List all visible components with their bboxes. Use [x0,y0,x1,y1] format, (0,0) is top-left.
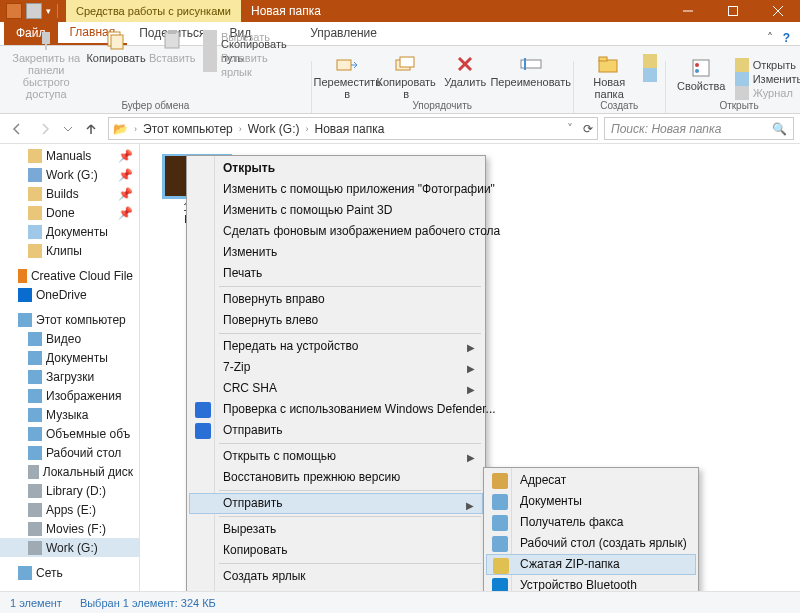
menu-item[interactable]: Получатель факса [486,512,696,533]
easy-access-button[interactable] [641,68,657,82]
nav-item[interactable]: Creative Cloud File [0,266,139,285]
menu-item[interactable]: 7-Zip▶ [189,357,483,378]
menu-item[interactable]: Восстановить прежнюю версию [189,467,483,488]
nav-item[interactable]: Музыка [0,405,139,424]
menu-item[interactable]: Печать [189,263,483,284]
new-folder-button[interactable]: Новая папка [582,54,637,100]
delete-button[interactable]: Удалить [438,54,493,88]
rename-button[interactable]: Переименовать [497,54,565,88]
menu-item[interactable]: Копировать [189,540,483,561]
nav-item[interactable]: Локальный диск [0,462,139,481]
nav-item[interactable]: Документы [0,348,139,367]
chevron-down-icon[interactable]: ˅ [567,122,573,136]
menu-item[interactable]: Открыть [189,158,483,179]
nav-item[interactable]: Документы [0,222,139,241]
menu-item-label: Печать [223,266,262,280]
up-button[interactable] [80,118,102,140]
menu-item[interactable]: Отправить▶ [189,493,483,514]
paste-button[interactable]: Вставить [148,30,198,64]
recent-button[interactable] [62,118,74,140]
chevron-down-icon[interactable]: ▾ [46,6,51,16]
nav-item[interactable]: Клипы [0,241,139,260]
menu-item[interactable]: CRC SHA▶ [189,378,483,399]
menu-item-label: Сделать фоновым изображением рабочего ст… [223,224,500,238]
menu-item[interactable]: Изменить с помощью Paint 3D [189,200,483,221]
copy-to-button[interactable]: Копировать в [379,54,434,100]
nav-item[interactable]: OneDrive [0,285,139,304]
nav-item[interactable]: Изображения [0,386,139,405]
edit-button[interactable]: Изменить [733,72,800,86]
nav-item[interactable]: Apps (E:) [0,500,139,519]
crumb-sep[interactable]: › [304,124,311,134]
quick-access-toolbar: ▾ [0,3,66,19]
svg-rect-9 [168,30,176,34]
breadcrumb[interactable]: 📂 › Этот компьютер › Work (G:) › Новая п… [108,117,598,140]
properties-button[interactable]: Свойства [674,58,729,92]
menu-item[interactable]: Отправить [189,420,483,441]
nav-item[interactable]: Library (D:) [0,481,139,500]
menu-item[interactable]: Адресат [486,470,696,491]
crumb-sep[interactable]: › [237,124,244,134]
menu-item[interactable]: Документы [486,491,696,512]
status-bar: 1 элемент Выбран 1 элемент: 324 КБ [0,591,800,613]
forward-button[interactable] [34,118,56,140]
nav-item[interactable]: Видео [0,329,139,348]
menu-item[interactable]: Повернуть вправо [189,289,483,310]
menu-item-icon [492,536,508,552]
menu-item[interactable]: Проверка с использованием Windows Defend… [189,399,483,420]
menu-item[interactable]: Вырезать [189,519,483,540]
nav-item[interactable]: Done📌 [0,203,139,222]
menu-item-label: CRC SHA [223,381,277,395]
help-icon[interactable]: ? [783,31,790,45]
search-input[interactable]: Поиск: Новая папка 🔍 [604,117,794,140]
menu-item[interactable]: Сжатая ZIP-папка [486,554,696,575]
search-icon[interactable]: 🔍 [772,122,787,136]
nav-item-icon [28,446,42,460]
context-menu[interactable]: ОткрытьИзменить с помощью приложения "Фо… [186,155,486,613]
tab-manage[interactable]: Управление [298,21,389,45]
nav-item-icon [28,187,42,201]
menu-item[interactable]: Рабочий стол (создать ярлык) [486,533,696,554]
nav-item[interactable]: Сеть [0,563,139,582]
context-submenu-sendto[interactable]: АдресатДокументыПолучатель факсаРабочий … [483,467,699,599]
maximize-button[interactable] [710,0,755,22]
ribbon-collapse-icon[interactable]: ˄ [767,31,773,45]
menu-item[interactable]: Сделать фоновым изображением рабочего ст… [189,221,483,242]
nav-item[interactable]: Movies (F:) [0,519,139,538]
minimize-button[interactable] [665,0,710,22]
pc-icon: 📂 [113,122,128,136]
crumb-2[interactable]: Новая папка [315,122,385,136]
menu-item[interactable]: Изменить [189,242,483,263]
menu-item[interactable]: Открыть с помощью▶ [189,446,483,467]
qat-sep [57,4,58,18]
navigation-pane[interactable]: Manuals📌Work (G:)📌Builds📌Done📌ДокументыК… [0,144,140,591]
nav-item[interactable]: Work (G:)📌 [0,165,139,184]
pin-to-quickaccess-button[interactable]: Закрепить на панели быстрого доступа [8,30,85,100]
new-folder-icon [595,54,623,74]
close-button[interactable] [755,0,800,22]
menu-item[interactable]: Создать ярлык [189,566,483,587]
new-item-button[interactable] [641,54,657,68]
crumb-0[interactable]: Этот компьютер [143,122,233,136]
nav-item[interactable]: Work (G:) [0,538,139,557]
menu-item[interactable]: Передать на устройство▶ [189,336,483,357]
paste-shortcut-button[interactable]: Вставить ярлык [201,58,303,72]
crumb-sep[interactable]: › [132,124,139,134]
qat-item-icon[interactable] [26,3,42,19]
crumb-1[interactable]: Work (G:) [248,122,300,136]
history-button[interactable]: Журнал [733,86,800,100]
nav-item[interactable]: Manuals📌 [0,146,139,165]
move-to-button[interactable]: Переместить в [320,54,375,100]
nav-item[interactable]: Объемные объ [0,424,139,443]
nav-item[interactable]: Builds📌 [0,184,139,203]
nav-item[interactable]: Этот компьютер [0,310,139,329]
menu-separator [219,490,481,491]
copy-button[interactable]: Копировать [89,30,144,64]
nav-item[interactable]: Загрузки [0,367,139,386]
open-button[interactable]: Открыть [733,58,800,72]
menu-item[interactable]: Повернуть влево [189,310,483,331]
refresh-icon[interactable]: ⟳ [583,122,593,136]
back-button[interactable] [6,118,28,140]
menu-item[interactable]: Изменить с помощью приложения "Фотографи… [189,179,483,200]
nav-item[interactable]: Рабочий стол [0,443,139,462]
